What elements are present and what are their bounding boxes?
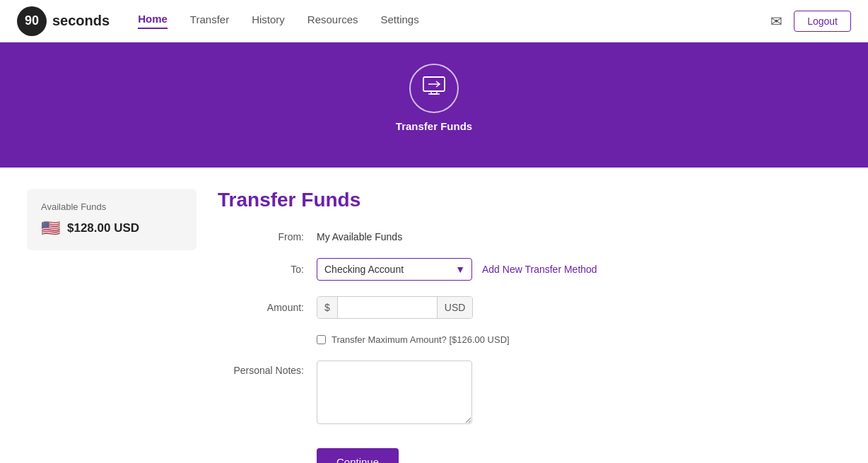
hero-icon xyxy=(421,73,447,105)
account-select[interactable]: Checking Account Savings Account xyxy=(317,258,472,281)
available-funds-card: Available Funds 🇺🇸 $128.00 USD xyxy=(27,189,197,250)
available-funds-label: Available Funds xyxy=(41,201,182,212)
main-nav: Home Transfer History Resources Settings xyxy=(138,13,770,29)
continue-button-row: Continue xyxy=(218,440,841,463)
hero-icon-circle xyxy=(409,64,459,113)
transfer-max-checkbox[interactable] xyxy=(317,335,326,344)
personal-notes-row: Personal Notes: xyxy=(218,361,841,424)
from-value: My Available Funds xyxy=(317,231,402,242)
transfer-max-label[interactable]: Transfer Maximum Amount? [$126.00 USD] xyxy=(332,334,510,345)
add-transfer-method-link[interactable]: Add New Transfer Method xyxy=(482,264,597,275)
hero-arrow xyxy=(414,146,454,168)
to-label: To: xyxy=(218,264,317,275)
form-area: Transfer Funds From: My Available Funds … xyxy=(218,189,841,463)
mail-icon[interactable]: ✉ xyxy=(770,13,782,30)
logo-area: 90 seconds xyxy=(17,6,110,36)
continue-button[interactable]: Continue xyxy=(317,448,399,463)
amount-prefix: $ xyxy=(317,297,338,318)
nav-transfer[interactable]: Transfer xyxy=(190,13,229,28)
logo-icon: 90 xyxy=(17,6,47,36)
from-row: From: My Available Funds xyxy=(218,231,841,242)
available-funds-value: $128.00 USD xyxy=(67,221,139,235)
amount-row: Amount: $ USD xyxy=(218,296,841,319)
brand-name: seconds xyxy=(52,13,110,29)
account-select-wrapper: Checking Account Savings Account ▼ xyxy=(317,258,472,281)
logout-button[interactable]: Logout xyxy=(794,11,851,32)
form-title: Transfer Funds xyxy=(218,189,841,211)
amount-input-group: $ USD xyxy=(317,296,473,319)
nav-resources[interactable]: Resources xyxy=(307,13,358,28)
amount-input[interactable] xyxy=(338,297,437,318)
personal-notes-label: Personal Notes: xyxy=(218,361,317,376)
nav-settings[interactable]: Settings xyxy=(381,13,419,28)
to-row: To: Checking Account Savings Account ▼ A… xyxy=(218,258,841,281)
header: 90 seconds Home Transfer History Resourc… xyxy=(0,0,868,42)
nav-history[interactable]: History xyxy=(252,13,285,28)
hero-banner: Transfer Funds xyxy=(0,42,868,168)
transfer-max-row: Transfer Maximum Amount? [$126.00 USD] xyxy=(317,334,841,345)
header-actions: ✉ Logout xyxy=(770,11,851,32)
personal-notes-textarea[interactable] xyxy=(317,361,472,424)
available-funds-amount: 🇺🇸 $128.00 USD xyxy=(41,219,182,238)
amount-label: Amount: xyxy=(218,302,317,313)
from-label: From: xyxy=(218,231,317,242)
hero-title: Transfer Funds xyxy=(396,120,472,132)
sidebar: Available Funds 🇺🇸 $128.00 USD xyxy=(27,189,197,463)
main-content: Available Funds 🇺🇸 $128.00 USD Transfer … xyxy=(10,168,858,463)
nav-home[interactable]: Home xyxy=(138,13,168,29)
amount-suffix: USD xyxy=(437,297,473,318)
flag-icon: 🇺🇸 xyxy=(41,219,60,238)
